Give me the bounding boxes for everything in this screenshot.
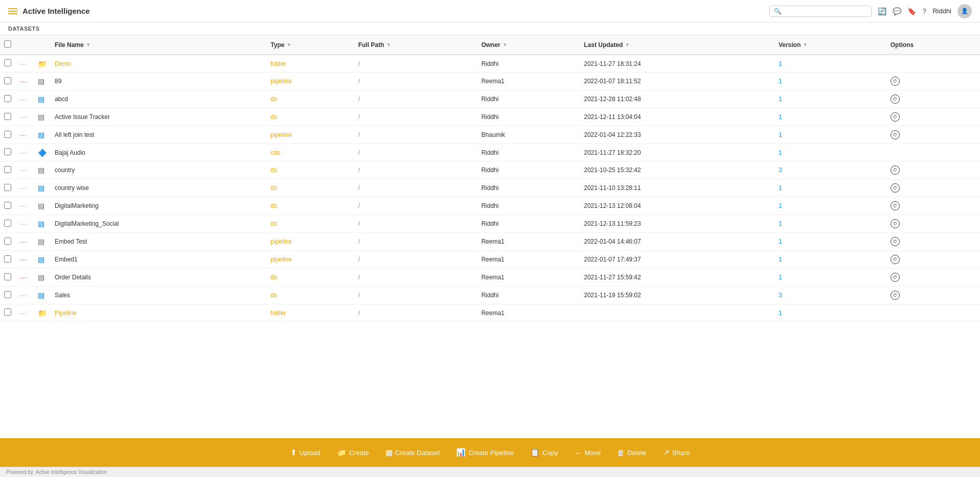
- move-button[interactable]: ↔ Move: [567, 444, 608, 461]
- header-version[interactable]: Version ▼: [774, 35, 886, 55]
- row-filename[interactable]: Order Details: [51, 269, 266, 287]
- row-options[interactable]: ⏱: [886, 215, 980, 233]
- search-input[interactable]: [784, 8, 867, 15]
- row-dots-cell[interactable]: ···: [15, 251, 34, 269]
- row-dots-cell[interactable]: ···: [15, 287, 34, 304]
- row-options[interactable]: ⏱: [886, 233, 980, 251]
- row-options[interactable]: ⏱: [886, 251, 980, 269]
- row-dots-menu[interactable]: ···: [19, 202, 27, 210]
- options-clock-icon[interactable]: ⏱: [891, 201, 900, 210]
- row-dots-menu[interactable]: ···: [19, 60, 27, 68]
- options-clock-icon[interactable]: ⏱: [891, 130, 900, 139]
- create-button[interactable]: 📁 Create: [330, 444, 376, 461]
- type-filter-icon[interactable]: ▼: [286, 42, 291, 47]
- row-filename[interactable]: 89: [51, 73, 266, 90]
- row-checkbox[interactable]: [4, 77, 11, 84]
- row-dots-menu[interactable]: ···: [19, 237, 27, 246]
- row-dots-menu[interactable]: ···: [19, 113, 27, 121]
- row-dots-menu[interactable]: ···: [19, 131, 27, 139]
- row-filename[interactable]: Bajaj Audio: [51, 144, 266, 161]
- options-clock-icon[interactable]: ⏱: [891, 183, 900, 193]
- row-dots-cell[interactable]: ···: [15, 269, 34, 287]
- lastupdated-filter-icon[interactable]: ▼: [625, 42, 630, 47]
- header-lastupdated[interactable]: Last Updated ▼: [580, 35, 774, 55]
- row-checkbox[interactable]: [4, 113, 11, 120]
- share-button[interactable]: ↗ Share: [656, 444, 697, 461]
- row-checkbox[interactable]: [4, 237, 11, 245]
- row-checkbox[interactable]: [4, 220, 11, 227]
- options-clock-icon[interactable]: ⏱: [891, 112, 900, 122]
- row-options[interactable]: ⏱: [886, 108, 980, 126]
- row-dots-menu[interactable]: ···: [19, 184, 27, 192]
- row-dots-cell[interactable]: ···: [15, 90, 34, 108]
- row-dots-menu[interactable]: ···: [19, 309, 27, 317]
- row-dots-cell[interactable]: ···: [15, 197, 34, 215]
- row-options[interactable]: ⏱: [886, 287, 980, 304]
- row-checkbox[interactable]: [4, 166, 11, 173]
- row-dots-menu[interactable]: ···: [19, 95, 27, 103]
- row-dots-cell[interactable]: ···: [15, 215, 34, 233]
- options-clock-icon[interactable]: ⏱: [891, 237, 900, 246]
- row-filename[interactable]: Pipeline: [51, 304, 266, 322]
- bookmark-icon[interactable]: 🔖: [907, 7, 916, 15]
- row-dots-menu[interactable]: ···: [19, 77, 27, 85]
- row-options[interactable]: ⏱: [886, 179, 980, 197]
- row-dots-menu[interactable]: ···: [19, 273, 27, 281]
- row-options[interactable]: ⏱: [886, 126, 980, 144]
- create-dataset-button[interactable]: ▦ Create Dataset: [378, 444, 447, 461]
- row-dots-cell[interactable]: ···: [15, 108, 34, 126]
- row-dots-cell[interactable]: ···: [15, 233, 34, 251]
- create-pipeline-button[interactable]: 📊 Create Pipeline: [449, 444, 521, 461]
- row-checkbox[interactable]: [4, 202, 11, 209]
- options-clock-icon[interactable]: ⏱: [891, 273, 900, 282]
- row-dots-cell[interactable]: ···: [15, 55, 34, 73]
- datasets-table-container[interactable]: File Name ▼ Type ▼ Full Path ▼: [0, 35, 980, 438]
- hamburger-icon[interactable]: [8, 8, 17, 14]
- row-checkbox[interactable]: [4, 273, 11, 280]
- row-filename[interactable]: Demo: [51, 55, 266, 73]
- row-checkbox[interactable]: [4, 59, 11, 66]
- row-dots-cell[interactable]: ···: [15, 144, 34, 161]
- row-dots-cell[interactable]: ···: [15, 126, 34, 144]
- row-options[interactable]: ⏱: [886, 197, 980, 215]
- upload-button[interactable]: ⬆ Upload: [283, 444, 328, 461]
- fullpath-filter-icon[interactable]: ▼: [386, 42, 391, 47]
- row-filename[interactable]: country: [51, 161, 266, 179]
- header-owner[interactable]: Owner ▼: [477, 35, 580, 55]
- version-filter-icon[interactable]: ▼: [803, 42, 808, 47]
- header-fullpath[interactable]: Full Path ▼: [354, 35, 477, 55]
- row-checkbox[interactable]: [4, 148, 11, 155]
- options-clock-icon[interactable]: ⏱: [891, 165, 900, 175]
- owner-filter-icon[interactable]: ▼: [503, 42, 508, 47]
- chat-icon[interactable]: 💬: [893, 7, 901, 15]
- row-options[interactable]: ⏱: [886, 161, 980, 179]
- search-box[interactable]: 🔍: [769, 6, 872, 17]
- row-dots-menu[interactable]: ···: [19, 166, 27, 174]
- filename-filter-icon[interactable]: ▼: [86, 42, 91, 47]
- options-clock-icon[interactable]: ⏱: [891, 255, 900, 264]
- row-filename[interactable]: country wise: [51, 179, 266, 197]
- row-dots-menu[interactable]: ···: [19, 255, 27, 264]
- delete-button[interactable]: 🗑 Delete: [610, 444, 654, 461]
- row-filename[interactable]: Active Issue Tracker: [51, 108, 266, 126]
- row-options[interactable]: ⏱: [886, 90, 980, 108]
- row-options[interactable]: ⏱: [886, 269, 980, 287]
- row-filename[interactable]: Embed Test: [51, 233, 266, 251]
- options-clock-icon[interactable]: ⏱: [891, 291, 900, 300]
- options-clock-icon[interactable]: ⏱: [891, 94, 900, 104]
- row-dots-menu[interactable]: ···: [19, 291, 27, 299]
- row-checkbox[interactable]: [4, 184, 11, 191]
- row-checkbox[interactable]: [4, 291, 11, 298]
- row-checkbox[interactable]: [4, 131, 11, 138]
- row-checkbox[interactable]: [4, 95, 11, 102]
- row-filename[interactable]: Embed1: [51, 251, 266, 269]
- row-dots-cell[interactable]: ···: [15, 161, 34, 179]
- copy-button[interactable]: 📋 Copy: [523, 444, 565, 461]
- row-filename[interactable]: DigitalMarketing: [51, 197, 266, 215]
- options-clock-icon[interactable]: ⏱: [891, 219, 900, 228]
- row-dots-cell[interactable]: ···: [15, 73, 34, 90]
- refresh-icon[interactable]: 🔄: [878, 7, 886, 15]
- row-filename[interactable]: Sales: [51, 287, 266, 304]
- options-clock-icon[interactable]: ⏱: [891, 77, 900, 86]
- select-all-checkbox[interactable]: [4, 40, 11, 47]
